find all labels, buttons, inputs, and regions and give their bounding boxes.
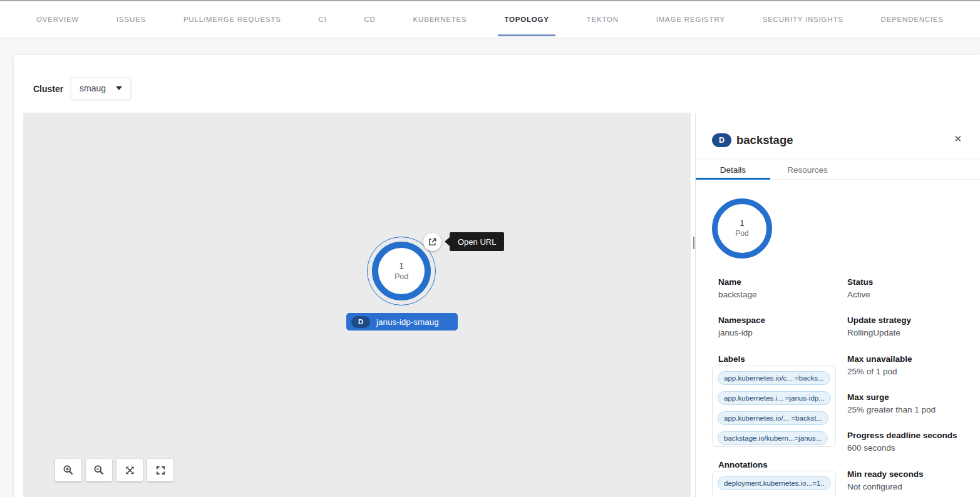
fullscreen-button[interactable] [147, 459, 173, 481]
node-name: janus-idp-smaug [376, 317, 439, 327]
node-name-pill[interactable]: D janus-idp-smaug [346, 313, 458, 330]
labels-list: app.kubernetes.io/c... =backs... app.kub… [712, 366, 836, 447]
field-value: 25% greater than 1 pod [847, 405, 972, 415]
zoom-in-button[interactable] [55, 459, 81, 481]
topology-canvas[interactable]: 1 Pod Open URL D janus-idp-smaug [23, 113, 691, 497]
annotation-chip[interactable]: deployment.kubernetes.io...=1.. [718, 476, 831, 490]
tab-dependencies[interactable]: DEPENDENCIES [874, 1, 951, 38]
field-value: janus-idp [718, 328, 843, 338]
panel-tabs: Details Resources [696, 160, 980, 180]
cluster-select[interactable]: smaug [71, 77, 131, 100]
panel-tab-details[interactable]: Details [696, 160, 770, 179]
panel-title: backstage [736, 133, 793, 147]
label-chip[interactable]: app.kubernetes.io/c... =backs... [718, 371, 830, 385]
field-value: 25% of 1 pod [847, 367, 972, 377]
tab-image-registry[interactable]: IMAGE REGISTRY [649, 1, 733, 38]
field-progress-deadline: Progress deadline seconds 600 seconds [847, 431, 972, 453]
deployment-badge: D [712, 133, 731, 147]
label-chip[interactable]: app.kubernetes.io/... =backst... [718, 411, 828, 425]
tab-overview[interactable]: OVERVIEW [29, 1, 86, 38]
field-annotations-header: Annotations [718, 460, 843, 470]
panel-tab-resources[interactable]: Resources [770, 160, 845, 179]
zoom-in-icon [63, 464, 74, 476]
field-label: Update strategy [847, 315, 972, 325]
open-url-decorator[interactable] [423, 233, 441, 251]
pod-count: 1 [740, 219, 745, 228]
cluster-selected-value: smaug [80, 83, 106, 93]
label-chip[interactable]: backstage.io/kubern...=janus... [718, 431, 828, 445]
tooltip-text: Open URL [458, 237, 496, 247]
tab-ci[interactable]: CI [311, 1, 334, 38]
field-status: Status Active [847, 277, 972, 300]
field-label: Min ready seconds [847, 469, 972, 479]
fit-to-screen-icon [125, 465, 135, 476]
field-update-strategy: Update strategy RollingUpdate [847, 315, 972, 338]
field-max-unavailable: Max unavailable 25% of 1 pod [847, 354, 972, 377]
deployment-badge: D [351, 316, 370, 328]
field-label: Annotations [718, 460, 843, 470]
field-value: Active [847, 290, 972, 300]
deployment-node-label: 1 Pod [372, 242, 431, 300]
field-label: Name [718, 277, 843, 287]
canvas-controls [55, 459, 173, 481]
pod-kind-label: Pod [395, 272, 408, 281]
pod-kind-label: Pod [735, 229, 748, 238]
open-url-tooltip: Open URL [450, 232, 504, 251]
annotations-list: deployment.kubernetes.io...=1.. [712, 471, 836, 497]
field-min-ready: Min ready seconds Not configured [847, 469, 972, 492]
tab-security-insights[interactable]: SECURITY INSIGHTS [755, 1, 851, 38]
pod-donut[interactable]: 1 Pod [712, 198, 772, 259]
field-value: backstage [718, 290, 843, 300]
field-label: Labels [718, 354, 843, 364]
tab-topology[interactable]: TOPOLOGY [497, 1, 556, 38]
external-link-icon [428, 237, 437, 247]
field-label: Max unavailable [847, 354, 972, 364]
details-side-panel: D backstage ✕ Details Resources 1 Pod Na… [696, 113, 980, 497]
field-label: Status [847, 277, 972, 287]
close-icon[interactable]: ✕ [954, 134, 962, 143]
label-chip[interactable]: app.kubernetes.i... =janus-idp... [718, 391, 831, 405]
pod-count: 1 [399, 261, 403, 270]
zoom-out-button[interactable] [86, 459, 112, 481]
field-label: Progress deadline seconds [847, 431, 972, 441]
tooltip-arrow [445, 237, 450, 246]
field-label: Max surge [847, 392, 972, 402]
tab-kubernetes[interactable]: KUBERNETES [406, 1, 475, 38]
zoom-out-icon [93, 464, 105, 476]
field-name: Name backstage [718, 277, 843, 300]
field-value: RollingUpdate [847, 328, 972, 338]
field-label: Namespace [718, 315, 843, 325]
field-namespace: Namespace janus-idp [718, 315, 843, 338]
field-value: Not configured [847, 482, 972, 492]
field-labels-header: Labels [718, 354, 843, 364]
chevron-down-icon [116, 86, 122, 90]
fullscreen-icon [155, 465, 166, 476]
tab-pull-merge-requests[interactable]: PULL/MERGE REQUESTS [176, 1, 289, 38]
entity-tab-bar: OVERVIEW ISSUES PULL/MERGE REQUESTS CI C… [0, 0, 980, 38]
tab-issues[interactable]: ISSUES [109, 1, 153, 38]
field-value: 600 seconds [847, 443, 972, 453]
topology-card: Cluster smaug 1 Pod Open URL D janus-idp… [14, 55, 980, 497]
cluster-label: Cluster [33, 84, 63, 94]
tab-tekton[interactable]: TEKTON [579, 1, 626, 38]
tab-cd[interactable]: CD [357, 1, 383, 38]
field-max-surge: Max surge 25% greater than 1 pod [847, 392, 972, 415]
fit-to-screen-button[interactable] [116, 459, 143, 481]
